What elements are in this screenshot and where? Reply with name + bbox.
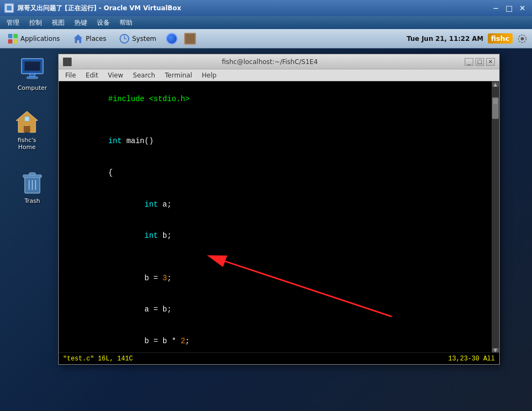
trash-icon-img [19, 169, 45, 195]
home-label: fishc's Home [8, 137, 46, 151]
terminal-icon [63, 58, 72, 66]
places-btn[interactable]: Places [69, 32, 109, 45]
code-line-7 [63, 252, 487, 263]
svg-rect-2 [8, 34, 12, 38]
code-line-3: int main() [63, 125, 487, 157]
code-line-4: { [63, 157, 487, 189]
computer-icon-img [19, 56, 45, 82]
svg-rect-4 [8, 39, 12, 44]
svg-rect-15 [24, 126, 30, 132]
os-titlebar: 屌哥又出问题了 [正在运行] - Oracle VM VirtualBox − … [0, 0, 532, 16]
places-label: Places [86, 35, 106, 42]
desktop-icon-computer[interactable]: Computer [13, 56, 51, 91]
terminal-menu-view[interactable]: View [103, 70, 127, 80]
desktop-icon-home[interactable]: fishc's Home [8, 109, 46, 151]
scrollbar-grip [492, 97, 499, 105]
os-menubar: 管理 控制 视图 热键 设备 帮助 [0, 16, 532, 29]
terminal-content: #include <stdio.h> int main() { int a; [59, 81, 499, 352]
code-line-9: a = b; [63, 294, 487, 326]
os-close-btn[interactable]: ✕ [517, 4, 528, 12]
os-menu-control[interactable]: 控制 [25, 17, 46, 29]
terminal-scrollbar[interactable]: ▲ ▼ [492, 81, 499, 352]
os-window-controls: − □ ✕ [491, 4, 528, 12]
trash-label: Trash [24, 197, 40, 204]
os-maximize-btn[interactable]: □ [503, 4, 515, 12]
os-titlebar-left: 屌哥又出问题了 [正在运行] - Oracle VM VirtualBox [4, 3, 181, 13]
terminal-window-controls: _ □ ✕ [465, 58, 495, 66]
code-line-8: b = 3; [63, 263, 487, 294]
system-icon [119, 33, 130, 44]
os-minimize-btn[interactable]: − [491, 4, 501, 12]
virtualbox-icon [4, 3, 14, 13]
os-title: 屌哥又出问题了 [正在运行] - Oracle VM VirtualBox [17, 4, 181, 13]
svg-rect-11 [25, 62, 40, 70]
os-menu-device[interactable]: 设备 [93, 17, 114, 29]
svg-rect-3 [13, 34, 18, 38]
computer-label: Computer [18, 84, 47, 91]
terminal-titlebar: fishc@localhost:~/FishC/S1E4 _ □ ✕ [59, 54, 499, 69]
svg-rect-19 [29, 173, 36, 175]
home-icon-img [14, 109, 40, 134]
places-icon [73, 33, 83, 44]
status-cursor-info: 13,23-30 All [449, 355, 495, 363]
terminal-minimize-btn[interactable]: _ [465, 58, 473, 66]
applications-label: Applications [20, 35, 60, 42]
settings-icon[interactable] [517, 33, 528, 44]
scrollbar-thumb[interactable] [492, 97, 499, 119]
terminal-menubar: File Edit View Search Terminal Help [59, 69, 499, 81]
terminal-maximize-btn[interactable]: □ [475, 58, 484, 66]
os-menu-manage[interactable]: 管理 [2, 17, 24, 29]
terminal-statusbar: "test.c" 16L, 141C 13,23-30 All [59, 352, 499, 364]
terminal-menu-file[interactable]: File [61, 70, 80, 80]
terminal-close-btn[interactable]: ✕ [486, 58, 495, 66]
code-line-5: int a; [63, 189, 487, 221]
svg-point-7 [521, 37, 524, 40]
os-menu-view[interactable]: 视图 [47, 17, 69, 29]
terminal-menu-search[interactable]: Search [129, 70, 159, 80]
svg-rect-13 [30, 74, 35, 77]
terminal-window: fishc@localhost:~/FishC/S1E4 _ □ ✕ File … [58, 54, 500, 365]
desktop: Computer fishc's Home Trash fishc@ [0, 48, 532, 411]
status-file-info: "test.c" 16L, 141C [63, 355, 133, 363]
desktop-icon-trash[interactable]: Trash [13, 169, 51, 204]
taskbar-right: Tue Jun 21, 11:22 AM fishc [407, 33, 528, 44]
code-editor[interactable]: #include <stdio.h> int main() { int a; [59, 81, 492, 352]
svg-rect-5 [13, 39, 18, 44]
code-line-6: int b; [63, 221, 487, 252]
applications-btn[interactable]: Applications [4, 32, 63, 45]
suitcase-icon[interactable] [184, 33, 196, 45]
user-badge: fishc [488, 33, 513, 44]
taskbar-left: Applications Places System [4, 32, 196, 45]
code-line-1: #include <stdio.h> [63, 83, 487, 115]
code-line-10: b = b * 2; [63, 326, 487, 352]
svg-rect-1 [7, 6, 11, 10]
terminal-title: fishc@localhost:~/FishC/S1E4 [75, 58, 465, 66]
system-label: System [132, 35, 156, 42]
os-menu-hotkey[interactable]: 热键 [70, 17, 92, 29]
svg-rect-14 [27, 77, 38, 79]
terminal-menu-edit[interactable]: Edit [81, 70, 102, 80]
code-line-2 [63, 115, 487, 126]
globe-icon[interactable] [166, 33, 178, 45]
clock: Tue Jun 21, 11:22 AM [407, 35, 484, 42]
guest-taskbar: Applications Places System Tue Jun 21, 1… [0, 29, 532, 48]
terminal-menu-help[interactable]: Help [198, 70, 221, 80]
svg-rect-16 [25, 117, 29, 121]
applications-icon [8, 33, 18, 44]
system-btn[interactable]: System [116, 32, 159, 45]
os-menu-help[interactable]: 帮助 [115, 17, 137, 29]
terminal-menu-terminal[interactable]: Terminal [160, 70, 197, 80]
